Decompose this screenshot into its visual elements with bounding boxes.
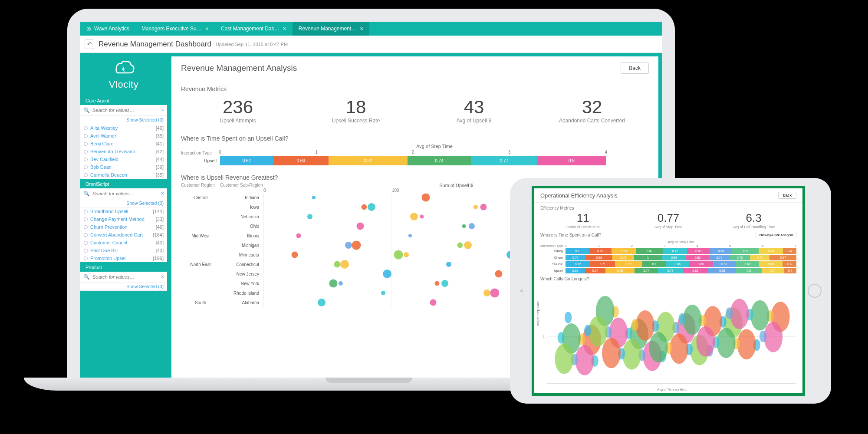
show-selected-link[interactable]: Show Selected (0) xyxy=(80,116,167,124)
bubble-dot[interactable] xyxy=(356,223,364,230)
bar-segment[interactable]: 0.7 xyxy=(762,268,784,273)
bubble-dot[interactable] xyxy=(420,215,424,219)
facet-item[interactable]: Carmella Deacon[35] xyxy=(80,171,167,179)
click-by-click-button[interactable]: Click-by-Click Analysis xyxy=(756,232,796,238)
bubble-dot[interactable] xyxy=(410,213,418,220)
bar-segment[interactable]: 0.78 xyxy=(612,255,634,260)
bar-segment[interactable]: 0.64 xyxy=(273,156,329,165)
bar-segment[interactable]: 0.68 xyxy=(687,248,710,254)
facet-item[interactable]: Customer Cancel[40] xyxy=(80,239,167,247)
bar-segment[interactable]: 0.68 xyxy=(710,248,732,254)
bubble-dot[interactable] xyxy=(291,252,298,258)
bubble-dot[interactable] xyxy=(446,262,451,267)
bubble-dot[interactable] xyxy=(483,289,490,296)
bubble-dot[interactable] xyxy=(670,333,688,364)
bubble-dot[interactable] xyxy=(750,300,769,331)
app-name-tab[interactable]: ◎ Wave Analytics xyxy=(80,22,135,36)
bubble-dot[interactable] xyxy=(473,205,478,209)
bubble-dot[interactable] xyxy=(307,214,312,219)
tablet-back-button[interactable]: Back xyxy=(778,192,796,199)
bubble-dot[interactable] xyxy=(565,312,572,323)
bar-segment[interactable]: 0.68 xyxy=(713,261,736,267)
bubble-dot[interactable] xyxy=(368,203,375,211)
facet-item[interactable]: Bev Caulfield[44] xyxy=(80,155,167,163)
bubble-dot[interactable] xyxy=(490,289,500,298)
clear-icon[interactable]: × xyxy=(161,107,164,113)
facet-item[interactable]: Broadband Upsell[144] xyxy=(80,207,167,215)
bar-segment[interactable]: 0.73 xyxy=(730,255,750,260)
bar-segment[interactable]: 0.73 xyxy=(612,248,636,254)
bubble-dot[interactable] xyxy=(339,281,343,286)
facet-item[interactable]: Benvenuto Trevisano[42] xyxy=(80,148,167,155)
facet-item[interactable]: Change Payment Method[33] xyxy=(80,215,167,223)
bar-segment[interactable]: 0.8 xyxy=(736,268,761,273)
bar-segment[interactable]: 1 xyxy=(634,255,662,260)
facet-item[interactable]: Bob Dean[39] xyxy=(80,163,167,171)
search-input[interactable] xyxy=(92,274,158,279)
bubble-dot[interactable] xyxy=(318,299,326,306)
bar-segment[interactable]: 0.72 xyxy=(566,261,590,267)
tab-managers-executive[interactable]: Managers Executive Su… × xyxy=(135,22,215,36)
bar-segment[interactable]: 0.4 xyxy=(783,248,796,254)
search-input[interactable] xyxy=(92,108,158,113)
bubble-dot[interactable] xyxy=(430,299,437,306)
bubble-dot[interactable] xyxy=(555,344,573,374)
undo-button[interactable]: ↶ xyxy=(85,39,94,49)
clear-icon[interactable]: × xyxy=(161,191,164,197)
bubble-dot[interactable] xyxy=(631,319,638,331)
bar-segment[interactable]: 0.7 xyxy=(566,248,589,254)
bar-segment[interactable]: 0.62 xyxy=(566,268,585,273)
bar-segment[interactable]: 0.77 xyxy=(471,156,537,165)
show-selected-link[interactable]: Show Selected (0) xyxy=(80,283,167,291)
facet-item[interactable]: Churn Prevention[46] xyxy=(80,223,167,231)
tab-revenue-management[interactable]: Revenue Management… × xyxy=(293,22,370,36)
bubble-dot[interactable] xyxy=(558,332,565,344)
bar-segment[interactable]: 0.68 xyxy=(759,261,783,267)
bar-segment[interactable]: 0.98 xyxy=(585,255,612,260)
bar-segment[interactable]: 0.88 xyxy=(708,268,736,273)
bubble-dot[interactable] xyxy=(649,332,668,362)
tablet-home-button[interactable] xyxy=(808,284,822,298)
bubble-dot[interactable] xyxy=(340,260,349,269)
bar-segment[interactable]: 0.8 xyxy=(732,248,759,254)
bar-segment[interactable]: 0.72 xyxy=(566,255,585,260)
bar-segment[interactable]: 0.4 xyxy=(784,268,796,273)
bubble-dot[interactable] xyxy=(435,281,440,286)
bar-segment[interactable]: 0.74 xyxy=(635,268,658,273)
back-button[interactable]: Back xyxy=(621,62,649,74)
bubble-dot[interactable] xyxy=(296,233,301,238)
bubble-dot[interactable] xyxy=(464,241,472,249)
bar-segment[interactable]: 0.79 xyxy=(615,261,642,267)
facet-item[interactable]: Promotion Upsell[196] xyxy=(80,254,167,262)
bubble-dot[interactable] xyxy=(352,241,361,250)
bar-segment[interactable]: 0.69 xyxy=(589,248,612,254)
bubble-dot[interactable] xyxy=(575,345,594,375)
bar-segment[interactable]: 0.71 xyxy=(750,255,769,260)
facet-item[interactable]: Alita Westley[46] xyxy=(80,124,167,132)
bar-segment[interactable]: 0.7 xyxy=(642,261,667,267)
bar-segment[interactable]: 0.92 xyxy=(329,156,408,165)
bar-segment[interactable]: 0.77 xyxy=(658,268,682,273)
bar-segment[interactable]: 0.73 xyxy=(759,248,783,254)
bubble-dot[interactable] xyxy=(457,243,463,248)
bubble-dot[interactable] xyxy=(345,242,352,249)
bar-segment[interactable]: 0.72 xyxy=(663,248,687,254)
bubble-dot[interactable] xyxy=(421,194,430,202)
bubble-dot[interactable] xyxy=(441,280,448,287)
bubble-dot[interactable] xyxy=(636,310,654,341)
facet-item[interactable]: Past Due Bill[40] xyxy=(80,247,167,254)
bar-segment[interactable]: 0.97 xyxy=(769,255,796,260)
close-icon[interactable]: × xyxy=(360,25,363,32)
close-icon[interactable]: × xyxy=(283,25,286,32)
bubble-dot[interactable] xyxy=(312,196,316,199)
tab-cost-management[interactable]: Cost Management Das… × xyxy=(215,22,293,36)
bar-segment[interactable]: 0.89 xyxy=(662,255,687,260)
clear-icon[interactable]: × xyxy=(161,274,164,280)
bubble-dot[interactable] xyxy=(469,223,475,229)
bar-segment[interactable]: 0.74 xyxy=(408,156,471,165)
bubble-dot[interactable] xyxy=(394,250,403,260)
bubble-dot[interactable] xyxy=(726,307,733,319)
bar-segment[interactable]: 0.62 xyxy=(220,156,273,165)
bar-segment[interactable]: 0.4 xyxy=(783,261,796,267)
bubble-dot[interactable] xyxy=(381,291,385,295)
